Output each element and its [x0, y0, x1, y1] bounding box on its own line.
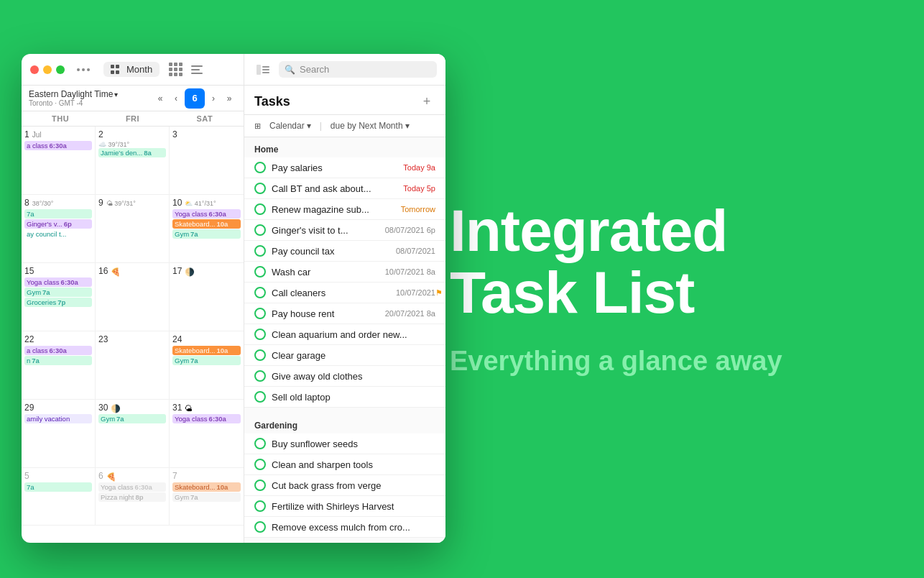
cal-day-6b[interactable]: 6 🍕 Yoga class 6:30a Pizza night 8p: [96, 468, 170, 525]
cal-day-17[interactable]: 17 🌗: [170, 263, 244, 331]
search-bar[interactable]: 🔍 Search: [279, 61, 437, 78]
sidebar-toggle-button[interactable]: [253, 60, 273, 80]
event[interactable]: Groceries 7p: [24, 298, 92, 307]
event[interactable]: Ginger's v... 6p: [24, 219, 92, 229]
grid-icon-button[interactable]: [165, 60, 185, 80]
task-checkbox[interactable]: [254, 183, 266, 194]
close-window-button[interactable]: [30, 65, 39, 74]
task-item[interactable]: Pay council tax 08/07/2021: [244, 241, 445, 262]
task-checkbox[interactable]: [254, 308, 266, 319]
cal-day-31[interactable]: 31 🌤 Yoga class 6:30a: [170, 400, 244, 467]
cal-day-3[interactable]: 3: [170, 127, 244, 194]
next-button[interactable]: ›: [206, 91, 221, 106]
event[interactable]: Skateboard... 10a: [172, 482, 241, 492]
task-name: Wash car: [272, 267, 379, 277]
event[interactable]: Skateboard... 10a: [172, 219, 241, 229]
task-item[interactable]: Clean aquarium and order new...: [244, 324, 445, 345]
task-checkbox[interactable]: [254, 224, 266, 236]
task-checkbox[interactable]: [254, 459, 266, 470]
app-window: Month: [22, 54, 445, 543]
event[interactable]: Gym 7a: [24, 288, 92, 297]
event[interactable]: amily vacation: [24, 414, 92, 423]
event[interactable]: Gym 7a: [172, 492, 241, 502]
event[interactable]: Yoga class 6:30a: [172, 414, 241, 423]
weather: ☁️ 39°/31°: [98, 141, 166, 148]
cal-day-2[interactable]: 2 ☁️ 39°/31° Jamie's den... 8a: [96, 127, 170, 194]
task-item[interactable]: Give away old clothes: [244, 366, 445, 387]
cal-day-9[interactable]: 9 🌤 39°/31°: [96, 195, 170, 262]
day-number: 30: [98, 403, 108, 413]
task-checkbox[interactable]: [254, 391, 266, 403]
task-checkbox[interactable]: [254, 266, 266, 277]
filter-icon: ⊞: [254, 121, 261, 131]
header-fri: FRI: [96, 111, 168, 126]
task-item[interactable]: Buy sunflower seeds: [244, 434, 445, 454]
add-task-button[interactable]: +: [418, 93, 435, 110]
event[interactable]: Skateboard... 10a: [172, 346, 241, 355]
task-checkbox[interactable]: [254, 203, 266, 215]
task-checkbox[interactable]: [254, 480, 266, 491]
task-item[interactable]: Renew magazine sub... Tomorrow: [244, 199, 445, 220]
cal-day-7b[interactable]: 7 Skateboard... 10a Gym 7a: [170, 468, 244, 525]
event[interactable]: Yoga class 6:30a: [24, 277, 92, 287]
event[interactable]: Yoga class 6:30a: [98, 482, 166, 492]
more-options-button[interactable]: [73, 63, 93, 77]
event[interactable]: 7a: [24, 209, 92, 219]
cal-day-8[interactable]: 8 38°/30° 7a Ginger's v... 6p ay council…: [22, 195, 96, 262]
task-item[interactable]: Cut back grass from verge: [244, 475, 445, 496]
event[interactable]: a class 6:30a: [24, 346, 92, 355]
cal-day-1[interactable]: 1 Jul a class 6:30a: [22, 127, 96, 194]
event[interactable]: a class 6:30a: [24, 141, 92, 150]
day-number: 29: [24, 403, 92, 413]
event[interactable]: Gym 7a: [172, 356, 241, 365]
task-checkbox[interactable]: [254, 370, 266, 382]
event[interactable]: Jamie's den... 8a: [98, 148, 166, 157]
task-checkbox[interactable]: [254, 162, 266, 173]
task-checkbox[interactable]: [254, 500, 266, 512]
event[interactable]: Yoga class 6:30a: [172, 209, 241, 219]
event[interactable]: n 7a: [24, 356, 92, 365]
cal-day-5b[interactable]: 5 7a: [22, 468, 96, 525]
task-item[interactable]: Call cleaners 10/07/2021 ⚑: [244, 283, 445, 303]
task-item[interactable]: Wash car 10/07/2021 8a: [244, 262, 445, 283]
event[interactable]: Pizza night 8p: [98, 492, 166, 502]
calendar-filter[interactable]: Calendar ▾: [265, 119, 315, 132]
task-item[interactable]: Pay house rent 20/07/2021 8a: [244, 303, 445, 324]
minimize-window-button[interactable]: [43, 65, 52, 74]
task-checkbox[interactable]: [254, 521, 266, 533]
cal-day-15[interactable]: 15 Yoga class 6:30a Gym 7a Groceries 7p: [22, 263, 96, 331]
due-filter[interactable]: due by Next Month ▾: [326, 119, 414, 132]
cal-day-23[interactable]: 23: [96, 331, 170, 399]
list-view-button[interactable]: [191, 65, 203, 74]
task-item[interactable]: Ginger's visit to t... 08/07/2021 6p: [244, 220, 445, 241]
task-checkbox[interactable]: [254, 287, 266, 298]
event[interactable]: 7a: [24, 482, 92, 492]
today-button[interactable]: 6: [185, 88, 205, 109]
task-item[interactable]: Remove excess mulch from cro...: [244, 517, 445, 538]
task-item[interactable]: Pay salaries Today 9a: [244, 157, 445, 178]
cal-day-10[interactable]: 10 ⛅ 41°/31° Yoga class 6:30a Skateboard…: [170, 195, 244, 262]
task-checkbox[interactable]: [254, 245, 266, 257]
task-item[interactable]: Clear garage: [244, 345, 445, 366]
task-item[interactable]: Sell old laptop: [244, 387, 445, 408]
task-checkbox[interactable]: [254, 329, 266, 340]
task-item[interactable]: Clean and sharpen tools: [244, 454, 445, 475]
event[interactable]: ay council t...: [24, 229, 92, 239]
tasks-list[interactable]: Home Pay salaries Today 9a Call BT and a…: [244, 137, 445, 543]
cal-day-30[interactable]: 30 🌗 Gym 7a: [96, 400, 170, 467]
task-item[interactable]: Call BT and ask about... Today 5p: [244, 178, 445, 199]
prev-prev-button[interactable]: «: [153, 91, 167, 106]
task-item[interactable]: Fertilize with Shirleys Harvest: [244, 496, 445, 517]
cal-day-22[interactable]: 22 a class 6:30a n 7a: [22, 331, 96, 399]
event[interactable]: Gym 7a: [98, 414, 166, 423]
task-checkbox[interactable]: [254, 438, 266, 449]
fullscreen-window-button[interactable]: [56, 65, 65, 74]
month-view-toggle[interactable]: Month: [103, 62, 160, 77]
cal-day-29[interactable]: 29 amily vacation: [22, 400, 96, 467]
next-next-button[interactable]: »: [222, 91, 236, 106]
cal-day-24[interactable]: 24 Skateboard... 10a Gym 7a: [170, 331, 244, 399]
cal-day-16[interactable]: 16 🍕: [96, 263, 170, 331]
prev-button[interactable]: ‹: [169, 91, 183, 106]
task-checkbox[interactable]: [254, 349, 266, 361]
event[interactable]: Gym 7a: [172, 229, 241, 239]
